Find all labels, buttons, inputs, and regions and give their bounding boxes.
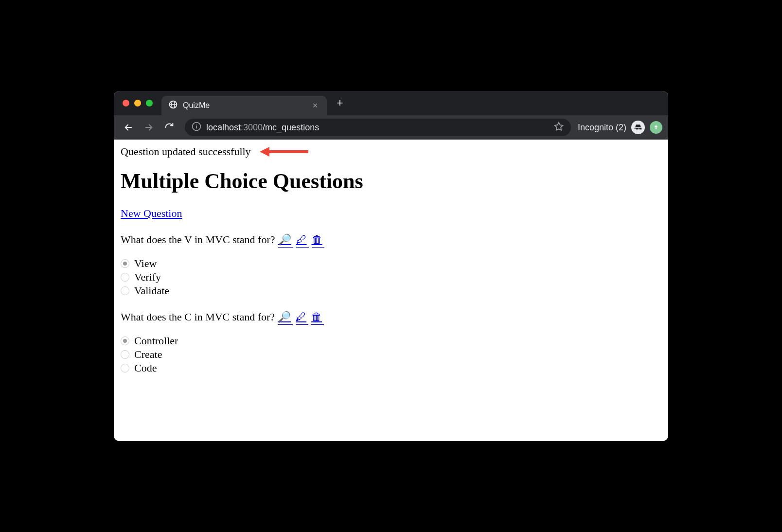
back-button[interactable]	[120, 119, 137, 136]
flash-message: Question updated successfully	[121, 145, 251, 158]
svg-point-2	[196, 124, 196, 124]
pencil-icon: 🖊	[296, 311, 306, 323]
window-controls	[123, 100, 153, 106]
radio-button[interactable]	[121, 286, 129, 295]
radio-button[interactable]	[121, 364, 129, 372]
new-question-link[interactable]: New Question	[121, 207, 182, 219]
options-list: ControllerCreateCode	[121, 335, 661, 374]
option-row: Controller	[121, 335, 661, 347]
maximize-window-button[interactable]	[146, 100, 153, 106]
magnifier-icon: 🔎	[278, 233, 291, 246]
url-path: /mc_questions	[263, 123, 319, 132]
incognito-label: Incognito (2)	[578, 123, 626, 133]
edit-link[interactable]: 🖊	[296, 311, 308, 325]
option-label: Verify	[134, 271, 161, 284]
option-label: Controller	[134, 335, 178, 347]
url-text: localhost:3000/mc_questions	[206, 123, 549, 133]
update-available-icon[interactable]	[650, 121, 662, 134]
reload-button[interactable]	[160, 119, 178, 136]
globe-icon	[168, 100, 178, 111]
options-list: ViewVerifyValidate	[121, 257, 661, 297]
show-link[interactable]: 🔎	[278, 233, 293, 248]
new-tab-button[interactable]: +	[333, 96, 347, 110]
question-text: What does the C in MVC stand for?	[121, 311, 275, 323]
browser-toolbar: localhost:3000/mc_questions Incognito (2…	[114, 115, 668, 140]
bookmark-star-icon[interactable]	[553, 121, 564, 134]
show-link[interactable]: 🔎	[278, 311, 293, 325]
radio-button[interactable]	[121, 273, 129, 282]
page-heading: Multiple Choice Questions	[121, 169, 661, 194]
option-label: Validate	[134, 284, 169, 297]
question-block: What does the C in MVC stand for? 🔎 🖊 🗑C…	[121, 311, 661, 374]
browser-tab[interactable]: QuizMe ×	[161, 96, 327, 115]
site-info-icon[interactable]	[192, 122, 201, 134]
minimize-window-button[interactable]	[134, 100, 141, 106]
close-window-button[interactable]	[123, 100, 129, 106]
flash-row: Question updated successfully	[121, 145, 661, 158]
annotation-arrow-icon	[260, 146, 308, 158]
option-row: Code	[121, 362, 661, 374]
page-content: Question updated successfully Multiple C…	[114, 140, 668, 441]
option-row: Create	[121, 348, 661, 361]
radio-button[interactable]	[121, 259, 129, 268]
magnifier-icon: 🔎	[278, 311, 291, 323]
address-bar[interactable]: localhost:3000/mc_questions	[185, 119, 571, 136]
trash-icon: 🗑	[311, 311, 322, 323]
option-label: Create	[134, 348, 162, 361]
option-row: Verify	[121, 271, 661, 284]
question-line: What does the V in MVC stand for? 🔎 🖊 🗑	[121, 233, 661, 248]
option-label: Code	[134, 362, 157, 374]
svg-marker-4	[260, 147, 269, 157]
tab-bar: QuizMe × +	[114, 91, 668, 115]
option-label: View	[134, 257, 157, 270]
url-port: :3000	[241, 123, 263, 132]
edit-link[interactable]: 🖊	[296, 233, 309, 248]
question-text: What does the V in MVC stand for?	[121, 233, 275, 246]
pencil-icon: 🖊	[296, 233, 307, 246]
option-row: Validate	[121, 284, 661, 297]
incognito-icon[interactable]	[631, 121, 645, 134]
option-row: View	[121, 257, 661, 270]
delete-link[interactable]: 🗑	[311, 311, 324, 325]
browser-window: QuizMe × + localhost:3000/mc_questions	[114, 91, 668, 441]
tab-title: QuizMe	[183, 101, 305, 110]
close-tab-button[interactable]: ×	[310, 101, 320, 110]
delete-link[interactable]: 🗑	[312, 233, 324, 248]
question-block: What does the V in MVC stand for? 🔎 🖊 🗑V…	[121, 233, 661, 297]
toolbar-right: Incognito (2)	[578, 121, 662, 134]
forward-button[interactable]	[140, 119, 158, 136]
url-host: localhost	[206, 123, 241, 132]
radio-button[interactable]	[121, 350, 129, 359]
question-line: What does the C in MVC stand for? 🔎 🖊 🗑	[121, 311, 661, 325]
radio-button[interactable]	[121, 337, 129, 345]
trash-icon: 🗑	[312, 233, 322, 246]
